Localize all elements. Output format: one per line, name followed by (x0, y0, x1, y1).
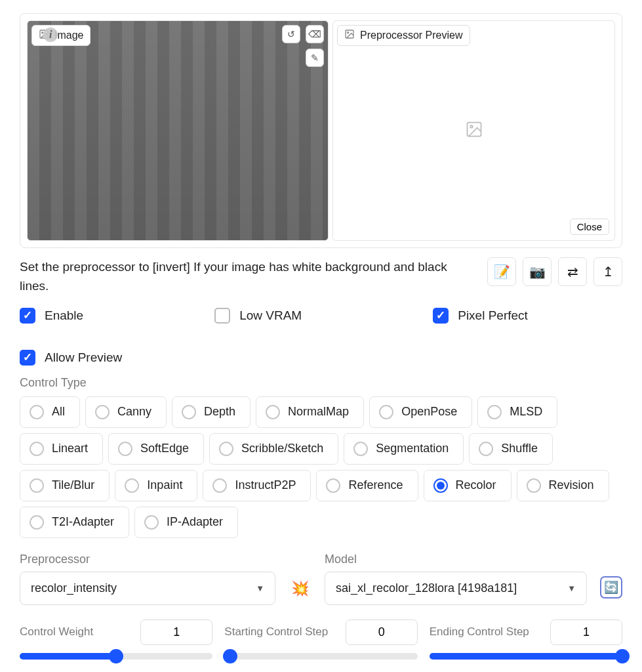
info-icon[interactable]: i (43, 28, 58, 42)
image-placeholder-icon (465, 120, 483, 142)
low-vram-option[interactable]: Low VRAM (214, 308, 302, 324)
preprocessor-label: Preprocessor (20, 553, 275, 566)
preprocessor-value: recolor_intensity (31, 581, 117, 595)
undo-icon[interactable]: ↺ (282, 25, 300, 43)
enable-label: Enable (45, 308, 83, 323)
radio-icon (125, 478, 139, 493)
radio-icon (182, 405, 196, 419)
erase-icon[interactable]: ⌫ (306, 25, 324, 43)
model-dropdown[interactable]: sai_xl_recolor_128lora [4198a181] ▼ (325, 572, 587, 605)
control-type-inpaint[interactable]: Inpaint (115, 470, 197, 501)
radio-label: All (52, 405, 65, 419)
low-vram-label: Low VRAM (239, 308, 302, 323)
radio-icon (118, 442, 132, 456)
radio-label: T2I-Adapter (52, 515, 114, 529)
control-type-instructp2p[interactable]: InstructP2P (203, 470, 311, 501)
control-type-segmentation[interactable]: Segmentation (344, 433, 464, 465)
allow-preview-option[interactable]: Allow Preview (20, 350, 622, 366)
low-vram-checkbox[interactable] (214, 308, 230, 324)
preprocessor-dropdown[interactable]: recolor_intensity ▼ (20, 572, 275, 605)
control-weight-slider-group: Control Weight (20, 620, 212, 660)
control-type-tile-blur[interactable]: Tile/Blur (20, 470, 110, 501)
chevron-down-icon: ▼ (256, 583, 264, 593)
close-button[interactable]: Close (570, 219, 609, 235)
action-buttons: 📝 📷 ⇄ ↥ (487, 257, 622, 286)
send-dimensions-button[interactable]: ↥ (593, 257, 622, 286)
preview-panel[interactable]: Preprocessor Preview Close (332, 20, 615, 241)
radio-label: OpenPose (401, 405, 457, 419)
slider-thumb[interactable] (109, 649, 123, 663)
new-canvas-button[interactable]: 📝 (487, 257, 516, 286)
control-type-t2i-adapter[interactable]: T2I-Adapter (20, 507, 129, 538)
radio-label: Shuffle (501, 442, 538, 455)
radio-icon (30, 515, 44, 530)
options-checkboxes: Enable Low VRAM Pixel Perfect Allow Prev… (20, 308, 622, 366)
end-step-label: Ending Control Step (430, 625, 529, 639)
radio-icon (95, 405, 110, 419)
radio-icon (219, 442, 233, 456)
start-step-input[interactable] (346, 620, 418, 645)
control-type-mlsd[interactable]: MLSD (477, 396, 557, 428)
refresh-models-button[interactable]: 🔄 (600, 576, 622, 598)
slider-thumb[interactable] (223, 649, 237, 663)
allow-preview-checkbox[interactable] (20, 350, 35, 366)
preview-label-text: Preprocessor Preview (360, 30, 463, 41)
control-type-reference[interactable]: Reference (316, 470, 418, 501)
end-step-slider[interactable] (430, 653, 622, 660)
input-image-panel[interactable]: Image i ↺ ⌫ ✎ (27, 20, 329, 241)
chevron-down-icon: ▼ (567, 583, 576, 593)
radio-icon (30, 442, 44, 456)
control-weight-input[interactable] (140, 620, 212, 645)
swap-button[interactable]: ⇄ (558, 257, 587, 286)
brush-icon[interactable]: ✎ (306, 49, 324, 67)
radio-label: Revision (549, 478, 594, 492)
start-step-slider[interactable] (224, 653, 417, 660)
control-type-lineart[interactable]: Lineart (20, 433, 103, 465)
pixel-perfect-checkbox[interactable] (433, 308, 449, 324)
end-step-input[interactable] (550, 620, 622, 645)
radio-label: Inpaint (147, 478, 182, 492)
radio-icon (479, 442, 493, 456)
control-type-revision[interactable]: Revision (517, 470, 609, 501)
radio-label: MLSD (510, 405, 542, 419)
webcam-button[interactable]: 📷 (523, 257, 552, 286)
radio-icon (212, 478, 227, 493)
enable-option[interactable]: Enable (20, 308, 83, 324)
svg-point-5 (470, 125, 473, 128)
control-type-shuffle[interactable]: Shuffle (469, 433, 553, 465)
control-weight-label: Control Weight (20, 625, 93, 639)
control-type-softedge[interactable]: SoftEdge (108, 433, 204, 465)
control-type-normalmap[interactable]: NormalMap (256, 396, 364, 428)
radio-icon (487, 405, 502, 419)
start-step-label: Starting Control Step (224, 625, 328, 639)
run-preprocessor-button[interactable]: 💥 (289, 580, 311, 597)
pixel-perfect-option[interactable]: Pixel Perfect (433, 308, 528, 324)
preprocessor-hint: Set the preprocessor to [invert] If your… (20, 257, 479, 296)
preview-label: Preprocessor Preview (337, 25, 470, 46)
control-type-openpose[interactable]: OpenPose (369, 396, 472, 428)
start-step-slider-group: Starting Control Step (224, 620, 417, 660)
radio-icon (144, 515, 159, 530)
radio-label: Scribble/Sketch (241, 442, 323, 455)
control-type-label: Control Type (20, 376, 622, 390)
radio-label: Tile/Blur (52, 478, 94, 492)
control-type-scribble-sketch[interactable]: Scribble/Sketch (209, 433, 338, 465)
control-weight-slider[interactable] (20, 653, 212, 660)
enable-checkbox[interactable] (20, 308, 35, 324)
input-image-label-text: Image (54, 30, 83, 41)
control-type-all[interactable]: All (20, 396, 80, 428)
control-type-ip-adapter[interactable]: IP-Adapter (134, 507, 238, 538)
allow-preview-label: Allow Preview (45, 350, 122, 365)
control-type-depth[interactable]: Depth (172, 396, 251, 428)
control-type-canny[interactable]: Canny (85, 396, 167, 428)
radio-label: Reference (348, 478, 403, 492)
pixel-perfect-label: Pixel Perfect (458, 308, 528, 323)
slider-thumb[interactable] (615, 649, 630, 663)
control-type-recolor[interactable]: Recolor (424, 470, 512, 501)
radio-label: InstructP2P (235, 478, 296, 492)
radio-icon (353, 442, 368, 456)
radio-label: Canny (117, 405, 151, 419)
radio-label: NormalMap (288, 405, 349, 419)
radio-icon (527, 478, 541, 493)
radio-icon (30, 405, 44, 419)
